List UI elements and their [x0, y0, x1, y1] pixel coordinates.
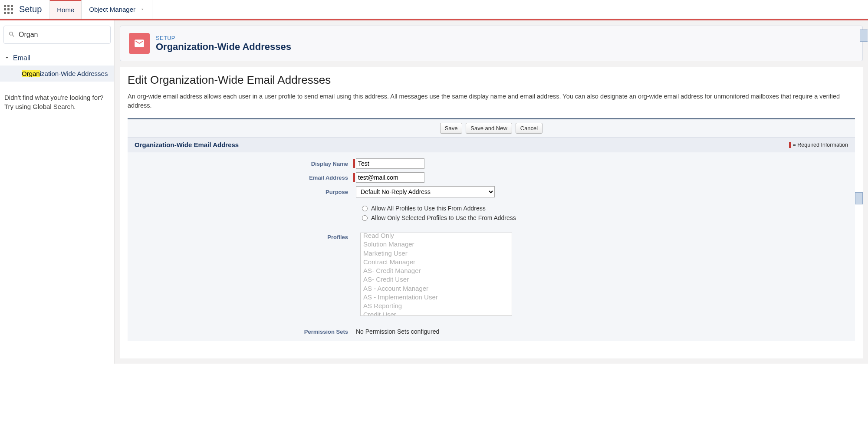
app-launcher-icon[interactable] [0, 5, 16, 14]
list-item[interactable]: AS - Implementation User [363, 293, 509, 302]
required-bar-icon [789, 142, 791, 148]
highlight-text: Organ [22, 70, 40, 77]
radio-label: Allow All Profiles to Use this From Addr… [371, 205, 486, 212]
required-legend-text: = Required Information [792, 142, 848, 148]
no-results-hint: Didn't find what you're looking for? Try… [0, 85, 114, 119]
email-address-label: Email Address [128, 174, 353, 181]
list-item[interactable]: Read Only [363, 233, 509, 240]
page-header: SETUP Organization-Wide Addresses [120, 26, 863, 61]
section-title: Organization-Wide Email Address [135, 141, 239, 148]
page-title: Organization-Wide Addresses [156, 41, 291, 53]
main-content: SETUP Organization-Wide Addresses Edit O… [115, 20, 868, 364]
save-and-new-button[interactable]: Save and New [466, 123, 512, 134]
profiles-listbox[interactable]: Read OnlySolution ManagerMarketing UserC… [360, 233, 512, 316]
permission-sets-label: Permission Sets [128, 328, 353, 335]
form-block: Save Save and New Cancel Organization-Wi… [128, 118, 855, 341]
permission-sets-value: No Permission Sets configured [353, 328, 439, 335]
page-eyebrow: SETUP [156, 35, 291, 41]
tab-home[interactable]: Home [49, 0, 82, 19]
hint-line: Try using Global Search. [4, 102, 110, 111]
section-header: Organization-Wide Email Address = Requir… [128, 137, 855, 152]
allow-all-profiles-radio[interactable] [362, 206, 368, 211]
content-heading: Edit Organization-Wide Email Addresses [128, 73, 855, 87]
email-address-input[interactable] [356, 172, 424, 183]
list-item[interactable]: Marketing User [363, 249, 509, 258]
list-item[interactable]: AS Reporting [363, 302, 509, 310]
quick-find-search[interactable] [3, 26, 111, 44]
list-item[interactable]: AS- Credit User [363, 275, 509, 284]
content-panel: Edit Organization-Wide Email Addresses A… [120, 67, 863, 358]
list-item[interactable]: Credit User [363, 310, 509, 316]
sidebar: Email Organization-Wide Addresses Didn't… [0, 20, 115, 364]
app-name: Setup [16, 4, 49, 14]
button-row: Save Save and New Cancel [128, 119, 855, 137]
content-description: An org-wide email address allows each us… [128, 92, 855, 110]
display-name-input[interactable] [356, 158, 424, 169]
tab-object-manager[interactable]: Object Manager [82, 0, 152, 19]
search-input[interactable] [19, 31, 106, 39]
required-bar-icon [353, 173, 355, 182]
profiles-label: Profiles [128, 232, 353, 240]
save-button[interactable]: Save [440, 123, 463, 134]
list-item[interactable]: AS - Account Manager [363, 284, 509, 293]
collapse-handle[interactable] [855, 192, 863, 204]
required-bar-icon [353, 159, 355, 168]
chevron-down-icon [140, 6, 145, 13]
purpose-select[interactable]: Default No-Reply Address [356, 186, 495, 197]
tree-node-org-wide-addresses[interactable]: Organization-Wide Addresses [0, 66, 114, 82]
hint-line: Didn't find what you're looking for? [4, 93, 110, 102]
mail-icon [129, 33, 150, 54]
radio-label: Allow Only Selected Profiles to Use the … [371, 214, 516, 221]
tree-child-rest: ization-Wide Addresses [40, 70, 108, 77]
search-icon [8, 31, 15, 39]
list-item[interactable]: Solution Manager [363, 240, 509, 249]
tree-node-label: Email [13, 54, 30, 62]
list-item[interactable]: AS- Credit Manager [363, 266, 509, 275]
display-name-label: Display Name [128, 161, 353, 167]
form-body: Display Name Email Address [128, 152, 855, 341]
purpose-label: Purpose [128, 189, 353, 195]
allow-selected-profiles-radio[interactable] [362, 215, 368, 221]
top-nav: Setup Home Object Manager [0, 0, 868, 19]
tab-label: Home [57, 6, 74, 13]
collapse-handle[interactable] [860, 30, 868, 42]
chevron-down-icon [4, 54, 10, 62]
tab-label: Object Manager [89, 6, 135, 13]
required-legend: = Required Information [789, 142, 848, 148]
list-item[interactable]: Contract Manager [363, 258, 509, 266]
cancel-button[interactable]: Cancel [516, 123, 542, 134]
tree-node-email[interactable]: Email [0, 51, 114, 66]
